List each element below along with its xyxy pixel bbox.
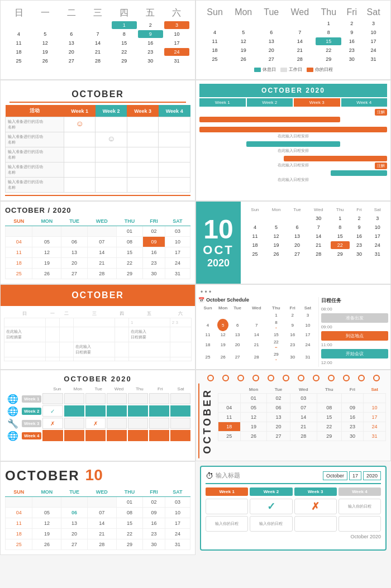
cal-cell[interactable]: 26 xyxy=(32,539,61,549)
week4-cell[interactable] xyxy=(159,132,190,147)
week1-wed[interactable] xyxy=(107,393,127,404)
week4-cell[interactable] xyxy=(159,178,190,193)
cal-cell[interactable] xyxy=(6,226,32,237)
cal-cell[interactable]: 21 xyxy=(85,48,110,56)
cal-cell[interactable]: 5 xyxy=(217,319,228,331)
week2-wed[interactable] xyxy=(107,405,127,417)
week1-cell[interactable] xyxy=(64,147,96,162)
cal-cell[interactable]: 14 xyxy=(290,413,317,422)
cal-cell[interactable]: 19 xyxy=(240,422,267,432)
cal-cell[interactable]: 27 xyxy=(259,55,284,63)
cal-cell[interactable]: 1 xyxy=(331,214,350,222)
cal-cell[interactable]: 29 xyxy=(112,57,137,65)
cal-cell[interactable]: 11 xyxy=(6,518,32,528)
cal-cell[interactable]: 26 xyxy=(32,269,61,279)
cal-cell[interactable]: 12 xyxy=(229,37,258,45)
cal-cell[interactable]: 09 xyxy=(143,507,165,518)
cal-cell[interactable]: 18 xyxy=(202,46,228,54)
cal-cell[interactable]: 09 xyxy=(143,237,165,247)
cal-cell[interactable]: 31 xyxy=(299,351,316,363)
cal-cell[interactable]: 25 xyxy=(6,269,32,279)
week3-wed[interactable] xyxy=(107,418,127,429)
week3-thu[interactable] xyxy=(128,418,148,429)
cal-cell[interactable]: 05 xyxy=(240,403,267,413)
cal-cell[interactable]: 12 xyxy=(217,331,228,338)
cal-cell[interactable]: 17 xyxy=(362,37,385,45)
cal-cell[interactable]: 06 xyxy=(267,403,290,413)
cal-cell[interactable]: 7 xyxy=(85,30,110,38)
week3-cell[interactable] xyxy=(127,147,159,162)
cal-cell[interactable]: 17 xyxy=(364,413,386,422)
cal-cell[interactable]: 25 xyxy=(6,539,32,549)
cal-cell[interactable]: 6 xyxy=(228,319,246,331)
cal-cell[interactable]: 9 xyxy=(342,28,361,36)
cal-cell[interactable]: 27 xyxy=(267,432,290,441)
cal-cell[interactable] xyxy=(246,312,267,319)
cal-cell[interactable]: 28 xyxy=(87,269,116,279)
cal-cell[interactable]: 17 xyxy=(165,247,190,258)
cal-cell[interactable]: 20 xyxy=(228,338,246,351)
cal-cell[interactable]: 26 xyxy=(217,351,228,363)
cal-cell[interactable]: 4 xyxy=(198,319,217,331)
grid-cell[interactable] xyxy=(59,318,73,327)
cal-cell[interactable]: 30 xyxy=(351,250,368,258)
week1-thu[interactable] xyxy=(128,393,148,404)
week3-cell[interactable] xyxy=(127,132,159,147)
week2-fri[interactable] xyxy=(149,405,169,417)
week2-sat[interactable] xyxy=(170,405,190,417)
cal-cell[interactable]: 17 xyxy=(165,518,190,528)
cal-cell[interactable]: 16 xyxy=(342,37,361,45)
cal-cell[interactable]: 13 xyxy=(61,247,87,258)
cal-cell[interactable]: 19 xyxy=(266,241,287,249)
cal-cell[interactable]: 25 xyxy=(6,57,31,65)
cal-cell[interactable] xyxy=(218,394,241,403)
week1-sun[interactable] xyxy=(42,393,63,404)
cal-cell[interactable]: 4 xyxy=(245,223,265,231)
cal-cell[interactable]: 03 xyxy=(290,394,317,403)
cal-cell[interactable]: 31 xyxy=(165,269,190,279)
cal-cell[interactable]: 12 xyxy=(266,232,287,240)
cal-cell[interactable]: 03 xyxy=(165,226,190,237)
cal-cell[interactable]: 3 xyxy=(299,312,316,319)
cal-cell[interactable]: 06 xyxy=(61,237,87,247)
cal-cell[interactable] xyxy=(285,20,314,27)
cal-cell[interactable]: 30 xyxy=(143,539,165,549)
cal-cell[interactable]: 26 xyxy=(32,57,58,65)
cal-cell[interactable] xyxy=(364,394,386,403)
cal-cell[interactable]: 5 xyxy=(32,30,58,38)
grid-cell[interactable] xyxy=(170,342,191,357)
cal-cell[interactable]: 10 xyxy=(362,28,385,36)
week2-cell[interactable]: ☺ xyxy=(96,132,127,147)
grid-cell[interactable] xyxy=(45,342,59,357)
cal-cell[interactable]: 02 xyxy=(143,496,165,507)
cal-cell[interactable]: 12 xyxy=(32,247,61,258)
grid-cell[interactable] xyxy=(45,327,59,342)
cal-cell[interactable] xyxy=(228,312,246,319)
cal-cell[interactable]: 16 xyxy=(341,413,364,422)
cal-cell[interactable] xyxy=(32,21,58,29)
cal-cell[interactable] xyxy=(87,226,116,237)
cal-cell[interactable]: 23 xyxy=(342,46,361,54)
week1-cell[interactable] xyxy=(64,132,96,147)
cal-cell[interactable]: 22•• xyxy=(267,338,285,351)
cal-cell[interactable]: 31 xyxy=(369,250,386,258)
cal-cell[interactable]: 5 xyxy=(229,28,258,36)
task-btn-3[interactable]: 开始会议 xyxy=(321,349,388,358)
cal-cell[interactable]: 30 xyxy=(138,57,163,65)
grid-cell[interactable] xyxy=(45,357,59,361)
cal-cell[interactable]: 28 xyxy=(246,351,267,363)
cal-cell[interactable]: 3 xyxy=(164,21,189,29)
cal-cell[interactable]: 13 xyxy=(288,232,306,240)
cal-cell[interactable]: 14 xyxy=(85,39,110,47)
cal-cell[interactable]: 9 xyxy=(351,223,368,231)
cal-cell[interactable]: 15 xyxy=(116,518,142,528)
cal-cell[interactable]: 22 xyxy=(317,422,341,432)
cal-cell[interactable]: 05 xyxy=(32,507,61,518)
grid-cell-note[interactable]: 在此输入日程摘要 xyxy=(129,327,170,342)
cal-cell[interactable]: 2 xyxy=(342,20,361,27)
week1-fri[interactable] xyxy=(149,393,169,404)
cal-cell[interactable]: 10 xyxy=(299,319,316,331)
cal-cell[interactable]: 01 xyxy=(116,496,142,507)
cal-cell[interactable] xyxy=(32,226,61,237)
week3-sat[interactable] xyxy=(170,418,190,429)
